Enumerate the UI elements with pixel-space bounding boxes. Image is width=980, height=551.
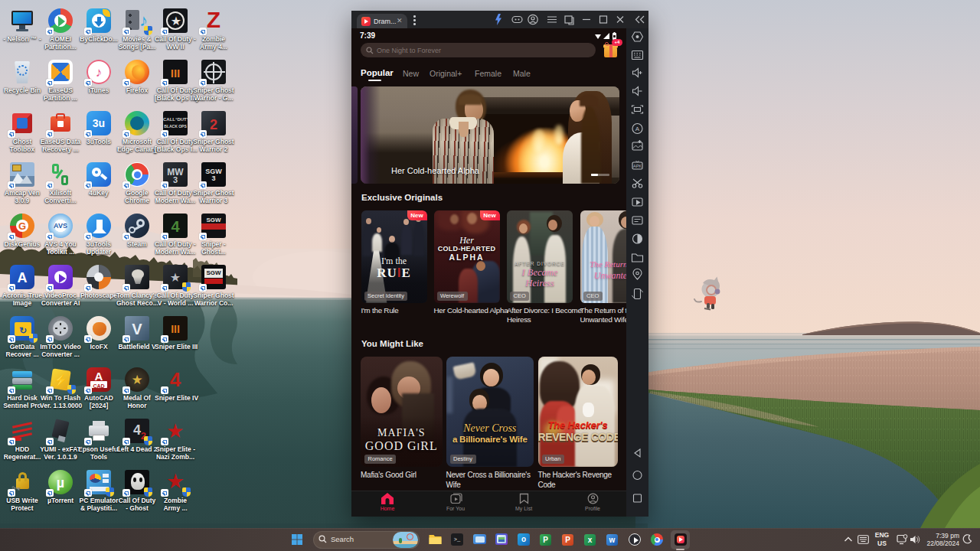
svg-text:A: A (635, 126, 640, 132)
svg-text:APK: APK (633, 164, 642, 168)
